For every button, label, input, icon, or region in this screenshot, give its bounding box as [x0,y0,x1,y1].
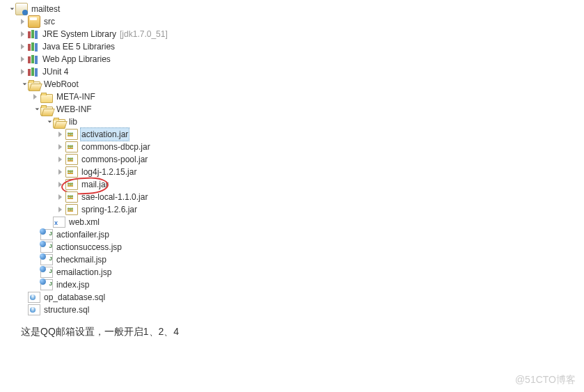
jar-file-label: commons-pool.jar [80,153,149,166]
webxml-node[interactable]: web.xml [7,216,584,228]
jar-file-label: activation.jar [80,127,129,141]
expand-arrow-icon[interactable] [32,91,40,103]
jre-library-node[interactable]: JRE System Library [jdk1.7.0_51] [7,28,584,40]
jre-qualifier: [jdk1.7.0_51] [120,28,168,40]
jar-file-label: commons-dbcp.jar [80,141,152,153]
expand-arrow-icon[interactable] [19,65,28,78]
project-label: mailtest [30,3,61,15]
expand-arrow-icon[interactable] [57,141,65,153]
webapplib-label: Web App Libraries [41,53,112,65]
expand-arrow-icon[interactable] [19,28,28,40]
sql-file-icon [28,292,40,303]
jsp-file-label: actionsuccess.jsp [55,241,123,253]
expand-arrow-icon[interactable] [19,15,28,28]
webroot-label: WebRoot [42,78,80,91]
jar-file-node[interactable]: commons-dbcp.jar [7,141,584,153]
webroot-node[interactable]: WebRoot [7,78,584,91]
jsp-file-icon [40,254,53,265]
sql-file-label: structure.sql [42,304,90,316]
jsp-file-icon [40,279,53,290]
expand-arrow-icon[interactable] [19,53,28,65]
sql-file-node[interactable]: op_database.sql [7,291,584,304]
expand-arrow-icon[interactable] [45,116,53,128]
jar-file-node[interactable]: sae-local-1.1.0.jar [7,191,584,203]
jar-file-icon [65,166,78,178]
expand-arrow-icon[interactable] [57,128,65,141]
webxml-label: web.xml [68,216,101,228]
leaf-spacer [19,291,28,304]
jsp-file-node[interactable]: index.jsp [7,279,584,291]
jsp-file-label: actionfailer.jsp [55,228,111,241]
leaf-spacer [19,304,28,316]
expand-arrow-icon[interactable] [19,40,28,53]
jsp-file-label: checkmail.jsp [55,253,108,266]
jsp-file-icon [40,267,53,278]
library-icon [28,41,39,52]
jar-file-icon [65,191,78,203]
jsp-file-node[interactable]: actionsuccess.jsp [7,241,584,253]
caption-text: 这是QQ邮箱设置，一般开启1、2、4 [21,326,584,338]
folder-open-icon [53,119,65,128]
sql-file-node[interactable]: structure.sql [7,304,584,316]
project-node[interactable]: mailtest [7,3,584,15]
jar-file-icon [65,129,78,140]
webinf-label: WEB-INF [55,103,93,116]
metainf-node[interactable]: META-INF [7,91,584,103]
jsp-file-node[interactable]: emailaction.jsp [7,266,584,279]
javaee-library-node[interactable]: Java EE 5 Libraries [7,40,584,53]
library-icon [28,29,39,40]
jsp-file-icon [40,242,53,253]
jsp-file-node[interactable]: checkmail.jsp [7,253,584,266]
jre-label: JRE System Library [41,28,118,40]
jar-file-icon [65,154,78,165]
expand-arrow-icon[interactable] [19,78,28,91]
metainf-label: META-INF [55,91,97,103]
expand-arrow-icon[interactable] [57,203,65,216]
src-node[interactable]: src [7,15,584,28]
jsp-file-label: index.jsp [55,279,90,291]
folder-open-icon [40,107,53,116]
jar-file-node[interactable]: mail.jar [7,178,584,191]
junit-label: JUnit 4 [41,65,70,78]
expand-arrow-icon[interactable] [57,178,65,191]
leaf-spacer [45,216,53,228]
lib-label: lib [68,116,79,128]
junit-library-node[interactable]: JUnit 4 [7,65,584,78]
jsp-file-icon [40,229,53,240]
jar-file-icon [65,179,78,190]
project-explorer-tree[interactable]: mailtest src JRE System Library [jdk1.7.… [0,0,584,316]
source-folder-icon [28,15,40,28]
jsp-file-node[interactable]: actionfailer.jsp [7,228,584,241]
webapp-library-node[interactable]: Web App Libraries [7,53,584,65]
jar-file-node[interactable]: log4j-1.2.15.jar [7,166,584,178]
jar-file-label: sae-local-1.1.0.jar [80,191,149,203]
webinf-node[interactable]: WEB-INF [7,103,584,116]
jar-file-icon [65,141,78,152]
expand-arrow-icon[interactable] [57,166,65,178]
sql-file-icon [28,304,40,315]
folder-icon [40,94,53,103]
folder-open-icon [28,81,40,91]
library-icon [28,66,39,77]
expand-arrow-icon[interactable] [7,3,15,15]
jee-label: Java EE 5 Libraries [41,40,116,53]
jar-file-node[interactable]: commons-pool.jar [7,153,584,166]
expand-arrow-icon[interactable] [57,191,65,203]
lib-node[interactable]: lib [7,116,584,128]
sql-file-label: op_database.sql [42,291,106,304]
jar-file-label: mail.jar [80,178,110,191]
xml-file-icon [53,217,65,228]
expand-arrow-icon[interactable] [32,103,40,116]
expand-arrow-icon[interactable] [57,153,65,166]
jar-file-label: log4j-1.2.15.jar [80,166,138,178]
jar-file-icon [65,204,78,215]
jar-file-node[interactable]: activation.jar [7,128,584,141]
project-icon [15,3,28,15]
src-label: src [42,15,56,28]
jar-file-node[interactable]: spring-1.2.6.jar [7,203,584,216]
jar-file-label: spring-1.2.6.jar [80,203,139,216]
jsp-file-label: emailaction.jsp [55,266,113,279]
library-icon [28,54,39,65]
